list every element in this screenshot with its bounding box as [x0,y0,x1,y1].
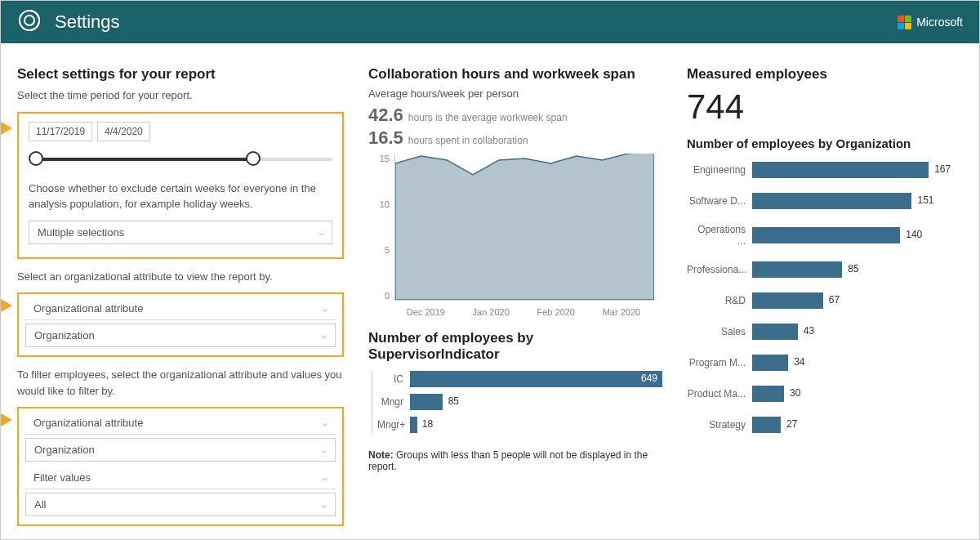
collab-subheading: Average hours/week per person [368,87,662,100]
bar-row: Software D...151 [687,193,948,209]
bar-label: IC [377,373,410,385]
arrow-icon [1,299,12,312]
x-tick: Feb 2020 [537,307,575,317]
x-tick: Dec 2019 [407,307,445,317]
bar-label: Program M... [687,357,752,368]
slider-handle-start[interactable] [29,151,43,166]
bar-value: 67 [829,294,840,306]
app-logo-icon [17,8,42,36]
y-tick: 15 [368,154,390,163]
bar-label: Product Ma... [687,388,752,399]
org-bar-chart: Engineering167Software D...151Operations… [687,162,948,433]
collab-area-chart: 15 10 5 0 Dec 2019 Jan 2020 Feb 2020 Mar… [368,154,654,317]
workweek-span-value: 42.6 [368,105,403,126]
svg-point-1 [24,16,34,25]
y-tick: 0 [368,291,390,301]
bar-value: 30 [790,387,800,399]
bar-value: 43 [804,325,814,337]
y-tick: 5 [368,245,390,255]
supervisor-heading: Number of employees by SupervisorIndicat… [368,330,662,363]
note-text: Note: Groups with less than 5 people wil… [368,449,662,472]
bar-label: Engineering [687,164,752,176]
measured-count: 744 [687,87,948,127]
bar-value: 85 [848,263,858,274]
filter-box: Organizational attribute ⌵ Organization … [17,407,344,526]
y-tick: 10 [368,199,390,209]
chevron-down-icon: ⌵ [323,418,327,427]
exclude-weeks-dropdown[interactable]: Multiple selections ⌵ [29,221,332,244]
bar-row: Operations ...140 [687,224,948,247]
date-range-slider[interactable] [29,150,332,169]
settings-heading: Select settings for your report [17,66,344,83]
filter-values-field-label[interactable]: Filter values ⌵ [25,466,336,489]
chevron-down-icon: ⌵ [322,331,327,340]
exclude-weeks-prompt: Choose whether to exclude certain weeks … [29,181,332,212]
bar-label: R&D [687,295,752,306]
top-bar: Settings Microsoft [1,1,979,43]
x-tick: Jan 2020 [473,307,510,317]
bar-row: Mngr85 [377,394,662,410]
bar-value: 85 [448,395,459,407]
bar-row: R&D67 [687,292,948,309]
bar-label: Sales [687,326,752,337]
collab-hours-value: 16.5 [368,127,403,149]
settings-panel: Select settings for your report Select t… [17,66,344,536]
supervisor-bar-chart: IC649Mngr85Mngr+18 [372,371,662,433]
bar-label: Software D... [687,195,752,207]
bar-value: 151 [918,194,934,206]
bar-value: 649 [641,373,657,384]
chevron-down-icon: ⌵ [323,304,327,313]
collaboration-panel: Collaboration hours and workweek span Av… [368,66,662,536]
slider-handle-end[interactable] [246,151,261,166]
filter-prompt: To filter employees, select the organiza… [17,367,344,399]
bar-value: 27 [786,418,797,430]
date-end-input[interactable]: 4/4/2020 [97,122,150,141]
microsoft-icon [898,16,911,29]
measured-heading: Measured employees [687,66,948,83]
bar-value: 34 [794,356,804,368]
chevron-down-icon: ⌵ [318,228,323,237]
time-period-prompt: Select the time period for your report. [17,87,344,104]
filter-attribute-field-label[interactable]: Organizational attribute ⌵ [25,412,336,435]
bar-row: Sales43 [687,324,948,340]
bar-row: Program M...34 [687,355,948,371]
collab-heading: Collaboration hours and workweek span [368,66,662,83]
microsoft-label: Microsoft [916,16,963,29]
org-attribute-dropdown[interactable]: Organization ⌵ [25,324,336,347]
org-attribute-field-label[interactable]: Organizational attribute ⌵ [25,297,336,320]
bar-label: Mngr [377,396,410,408]
org-attribute-value: Organization [34,329,95,341]
time-period-box: 11/17/2019 4/4/2020 Choose whether to ex… [17,112,344,259]
date-start-input[interactable]: 11/17/2019 [29,122,92,141]
bar-row: Professiona...85 [687,261,948,278]
arrow-icon [1,413,12,426]
chevron-down-icon: ⌵ [323,473,327,482]
org-chart-heading: Number of employees by Organization [687,136,948,150]
arrow-icon [1,122,12,135]
bar-label: Operations ... [687,224,752,247]
note-label: Note: [368,449,394,461]
bar-row: Strategy27 [687,417,948,433]
filter-values-value: All [34,498,46,511]
bar-label: Mngr+ [377,419,410,431]
filter-values-dropdown[interactable]: All ⌵ [25,493,336,516]
bar-row: Engineering167 [687,162,948,178]
bar-value: 167 [934,163,951,175]
bar-row: Mngr+18 [377,417,662,433]
exclude-weeks-value: Multiple selections [38,226,124,239]
bar-label: Strategy [687,419,752,431]
bar-label: Professiona... [687,264,752,275]
chevron-down-icon: ⌵ [322,445,327,454]
measured-employees-panel: Measured employees 744 Number of employe… [687,66,948,536]
bar-row: Product Ma...30 [687,386,948,402]
org-attribute-prompt: Select an organizational attribute to vi… [17,269,344,285]
org-attribute-box: Organizational attribute ⌵ Organization … [17,292,344,357]
x-tick: Mar 2020 [603,307,640,317]
microsoft-logo: Microsoft [898,16,963,29]
filter-attribute-dropdown[interactable]: Organization ⌵ [25,438,336,462]
page-title: Settings [55,11,120,33]
bar-row: IC649 [377,371,662,387]
bar-value: 140 [906,229,922,240]
chevron-down-icon: ⌵ [322,500,327,509]
bar-value: 18 [422,418,433,430]
